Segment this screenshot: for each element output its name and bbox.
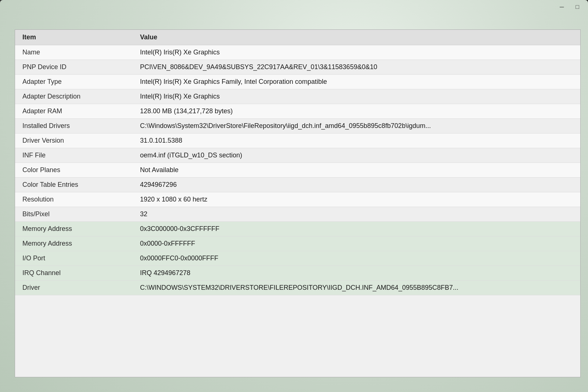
table-container: Item Value NameIntel(R) Iris(R) Xe Graph… bbox=[15, 30, 580, 377]
window-chrome: ─ □ Item Value NameIntel(R) Iris(R) Xe G… bbox=[0, 0, 588, 392]
table-cell-item: Bits/Pixel bbox=[15, 207, 133, 222]
table-cell-value: 4294967296 bbox=[133, 178, 580, 192]
table-cell-item: Color Planes bbox=[15, 163, 133, 178]
table-cell-value: Not Available bbox=[133, 163, 580, 178]
table-cell-item: Driver bbox=[15, 281, 133, 295]
table-cell-value: 0x3C000000-0x3CFFFFFF bbox=[133, 222, 580, 236]
table-row: INF Fileoem4.inf (iTGLD_w10_DS section) bbox=[15, 148, 580, 163]
table-row: Resolution1920 x 1080 x 60 hertz bbox=[15, 192, 580, 207]
table-cell-item: Memory Address bbox=[15, 222, 133, 236]
table-body: NameIntel(R) Iris(R) Xe GraphicsPNP Devi… bbox=[15, 45, 580, 295]
table-cell-value: Intel(R) Iris(R) Xe Graphics Family, Int… bbox=[133, 75, 580, 89]
table-row: Color PlanesNot Available bbox=[15, 163, 580, 178]
table-cell-value: 128.00 MB (134,217,728 bytes) bbox=[133, 104, 580, 119]
table-cell-item: I/O Port bbox=[15, 251, 133, 266]
header-value: Value bbox=[133, 30, 580, 45]
table-cell-value: 32 bbox=[133, 207, 580, 222]
table-row: Installed DriversC:\Windows\System32\Dri… bbox=[15, 119, 580, 133]
table-cell-value: Intel(R) Iris(R) Xe Graphics bbox=[133, 89, 580, 104]
table-cell-value: Intel(R) Iris(R) Xe Graphics bbox=[133, 45, 580, 60]
table-row: IRQ ChannelIRQ 4294967278 bbox=[15, 266, 580, 281]
table-cell-item: Adapter Description bbox=[15, 89, 133, 104]
table-cell-item: Memory Address bbox=[15, 236, 133, 251]
table-cell-item: Name bbox=[15, 45, 133, 60]
table-cell-item: IRQ Channel bbox=[15, 266, 133, 281]
table-row: Adapter TypeIntel(R) Iris(R) Xe Graphics… bbox=[15, 75, 580, 89]
table-cell-item: Adapter Type bbox=[15, 75, 133, 89]
table-row: Color Table Entries4294967296 bbox=[15, 178, 580, 192]
content-area: Item Value NameIntel(R) Iris(R) Xe Graph… bbox=[15, 29, 581, 377]
header-item: Item bbox=[15, 30, 133, 45]
title-bar: ─ □ bbox=[551, 0, 588, 14]
table-cell-item: Color Table Entries bbox=[15, 178, 133, 192]
table-cell-value: 1920 x 1080 x 60 hertz bbox=[133, 192, 580, 207]
table-row: Adapter RAM128.00 MB (134,217,728 bytes) bbox=[15, 104, 580, 119]
table-cell-item: PNP Device ID bbox=[15, 60, 133, 75]
table-cell-item: Adapter RAM bbox=[15, 104, 133, 119]
table-cell-value: 31.0.101.5388 bbox=[133, 133, 580, 148]
table-cell-item: Installed Drivers bbox=[15, 119, 133, 133]
table-cell-value: 0x0000FFC0-0x0000FFFF bbox=[133, 251, 580, 266]
table-header-row: Item Value bbox=[15, 30, 580, 45]
table-row: DriverC:\WINDOWS\SYSTEM32\DRIVERSTORE\FI… bbox=[15, 281, 580, 295]
table-row: PNP Device IDPCI\VEN_8086&DEV_9A49&SUBSY… bbox=[15, 60, 580, 75]
table-cell-item: INF File bbox=[15, 148, 133, 163]
table-row: Memory Address0x3C000000-0x3CFFFFFF bbox=[15, 222, 580, 236]
table-row: I/O Port0x0000FFC0-0x0000FFFF bbox=[15, 251, 580, 266]
table-cell-item: Driver Version bbox=[15, 133, 133, 148]
table-row: Adapter DescriptionIntel(R) Iris(R) Xe G… bbox=[15, 89, 580, 104]
table-row: Memory Address0x0000-0xFFFFFF bbox=[15, 236, 580, 251]
minimize-button[interactable]: ─ bbox=[557, 3, 567, 11]
table-row: Driver Version31.0.101.5388 bbox=[15, 133, 580, 148]
table-cell-value: 0x0000-0xFFFFFF bbox=[133, 236, 580, 251]
table-cell-item: Resolution bbox=[15, 192, 133, 207]
table-row: Bits/Pixel32 bbox=[15, 207, 580, 222]
table-cell-value: PCI\VEN_8086&DEV_9A49&SUBSYS_22C917AA&RE… bbox=[133, 60, 580, 75]
table-cell-value: C:\Windows\System32\DriverStore\FileRepo… bbox=[133, 119, 580, 133]
table-cell-value: oem4.inf (iTGLD_w10_DS section) bbox=[133, 148, 580, 163]
table-cell-value: C:\WINDOWS\SYSTEM32\DRIVERSTORE\FILEREPO… bbox=[133, 281, 580, 295]
maximize-button[interactable]: □ bbox=[573, 3, 582, 11]
table-cell-value: IRQ 4294967278 bbox=[133, 266, 580, 281]
table-row: NameIntel(R) Iris(R) Xe Graphics bbox=[15, 45, 580, 60]
info-table: Item Value NameIntel(R) Iris(R) Xe Graph… bbox=[15, 30, 580, 295]
